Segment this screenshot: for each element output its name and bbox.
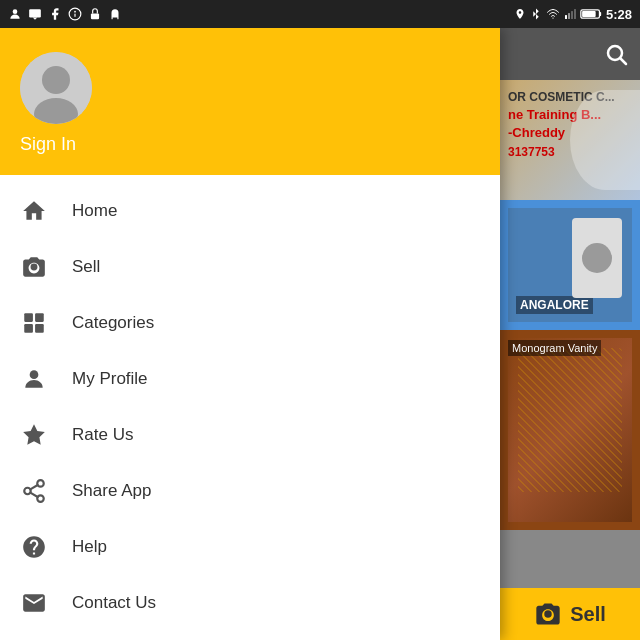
sign-in-label[interactable]: Sign In — [20, 134, 76, 155]
svg-line-27 — [621, 59, 627, 65]
menu-label-home: Home — [72, 201, 117, 221]
svg-rect-18 — [24, 324, 33, 333]
lock-status-icon — [88, 7, 102, 21]
svg-rect-11 — [599, 12, 601, 16]
svg-rect-6 — [565, 15, 567, 19]
svg-rect-7 — [568, 13, 570, 19]
svg-line-24 — [30, 493, 37, 497]
menu-label-help: Help — [72, 537, 107, 557]
svg-line-25 — [30, 485, 37, 489]
card-bangalore: ANGALORE — [500, 200, 640, 330]
status-bar-left-icons — [8, 7, 122, 21]
right-panel-content: OR COSMETIC C... ne Training B... -Chred… — [500, 80, 640, 640]
menu-item-home[interactable]: Home — [0, 183, 500, 239]
card-cosmetic: OR COSMETIC C... ne Training B... -Chred… — [500, 80, 640, 200]
menu-label-rate-us: Rate Us — [72, 425, 133, 445]
drawer-menu: Home Sell — [0, 175, 500, 640]
facebook-status-icon — [48, 7, 62, 21]
menu-item-my-profile[interactable]: My Profile — [0, 351, 500, 407]
menu-label-categories: Categories — [72, 313, 154, 333]
bluetooth-status-icon — [530, 8, 542, 20]
android-status-icon — [108, 7, 122, 21]
svg-rect-8 — [571, 11, 573, 19]
battery-status-icon — [580, 8, 602, 20]
svg-rect-17 — [35, 313, 44, 322]
svg-rect-5 — [91, 13, 99, 19]
info-status-icon — [68, 7, 82, 21]
menu-label-share-app: Share App — [72, 481, 151, 501]
wifi-status-icon — [546, 8, 560, 20]
right-panel: OR COSMETIC C... ne Training B... -Chred… — [500, 28, 640, 640]
menu-item-share-app[interactable]: Share App — [0, 463, 500, 519]
help-icon — [20, 533, 48, 561]
home-icon — [20, 197, 48, 225]
avatar-image — [20, 52, 92, 124]
menu-item-help[interactable]: Help — [0, 519, 500, 575]
menu-label-my-profile: My Profile — [72, 369, 148, 389]
camera-icon — [20, 253, 48, 281]
main-container: Sign In Home — [0, 28, 640, 640]
grid-icon — [20, 309, 48, 337]
menu-item-categories[interactable]: Categories — [0, 295, 500, 351]
drawer-header[interactable]: Sign In — [0, 28, 500, 175]
share-icon — [20, 477, 48, 505]
menu-label-sell: Sell — [72, 257, 100, 277]
svg-rect-1 — [29, 9, 41, 17]
right-panel-header — [500, 28, 640, 80]
sell-bottom-bar[interactable]: Sell — [500, 588, 640, 640]
mail-icon — [20, 589, 48, 617]
svg-point-14 — [42, 66, 70, 94]
sell-camera-icon — [534, 600, 562, 628]
svg-point-20 — [30, 370, 39, 379]
svg-point-0 — [13, 9, 18, 14]
status-bar-right-icons: 5:28 — [514, 7, 632, 22]
navigation-drawer: Sign In Home — [0, 28, 500, 640]
star-icon — [20, 421, 48, 449]
sell-label: Sell — [570, 603, 606, 626]
menu-item-sell[interactable]: Sell — [0, 239, 500, 295]
menu-label-contact-us: Contact Us — [72, 593, 156, 613]
card-bangalore-label: ANGALORE — [516, 296, 593, 314]
avatar[interactable] — [20, 52, 92, 124]
svg-rect-12 — [582, 11, 596, 17]
status-time: 5:28 — [606, 7, 632, 22]
signal-status-icon — [564, 8, 576, 20]
svg-rect-9 — [574, 9, 576, 19]
person-status-icon — [8, 7, 22, 21]
svg-rect-16 — [24, 313, 33, 322]
card-monogram-label: Monogram Vanity — [508, 340, 601, 356]
menu-item-rate-us[interactable]: Rate Us — [0, 407, 500, 463]
person-icon — [20, 365, 48, 393]
message-status-icon — [28, 7, 42, 21]
status-bar: 5:28 — [0, 0, 640, 28]
card-monogram: Monogram Vanity — [500, 330, 640, 530]
search-icon[interactable] — [604, 42, 628, 66]
menu-item-contact-us[interactable]: Contact Us — [0, 575, 500, 631]
svg-rect-19 — [35, 324, 44, 333]
location-status-icon — [514, 8, 526, 20]
